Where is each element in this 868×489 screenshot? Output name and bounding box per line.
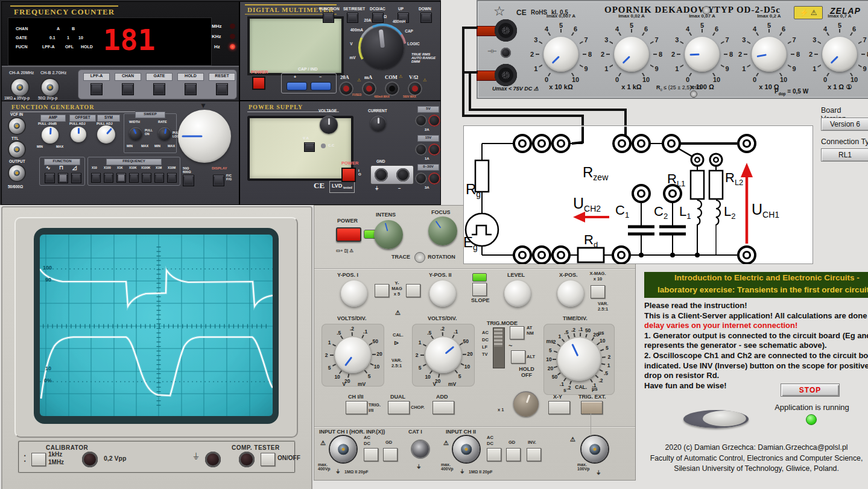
decade-knob-x10k[interactable] xyxy=(543,37,578,72)
level-knob[interactable] xyxy=(504,280,531,307)
trace-rotation-trimmer[interactable] xyxy=(414,252,425,263)
binding-post-top[interactable] xyxy=(495,19,517,42)
y-pos-1-knob[interactable] xyxy=(341,280,367,307)
trig-ext-bnc[interactable] xyxy=(581,436,608,462)
connection-type-dropdown[interactable]: RL1 xyxy=(821,148,868,162)
hold-off-knob[interactable] xyxy=(513,391,539,417)
binding-post-bottom[interactable] xyxy=(495,64,517,86)
x10k-button[interactable] xyxy=(129,173,139,183)
x-pos-knob[interactable] xyxy=(557,280,584,307)
cap-terminal-minus[interactable] xyxy=(311,82,331,90)
ch2-gd-button[interactable] xyxy=(506,448,521,461)
decade-knob-x10[interactable] xyxy=(752,37,787,72)
triangle-button[interactable] xyxy=(71,173,81,183)
ch-b-input-bnc[interactable] xyxy=(42,79,59,96)
decade-knob-x100[interactable] xyxy=(685,37,720,72)
time-div-knob[interactable] xyxy=(557,338,601,381)
hold-button[interactable] xyxy=(185,83,197,95)
board-version-dropdown[interactable]: Version 6 xyxy=(821,118,868,131)
dmm-range-knob[interactable] xyxy=(361,26,404,69)
calibrator-freq-button[interactable] xyxy=(31,453,46,466)
cat1-jack[interactable] xyxy=(412,441,429,458)
comp-tester-jack[interactable] xyxy=(239,452,255,467)
ch-a-input-bnc[interactable] xyxy=(11,79,28,96)
aux-jack[interactable] xyxy=(501,48,511,58)
va-button[interactable] xyxy=(304,142,315,152)
at-nm-button[interactable] xyxy=(510,326,524,339)
display-switch-button[interactable] xyxy=(213,175,224,186)
rail-5v-plus[interactable] xyxy=(428,115,440,127)
cap-terminal-plus[interactable] xyxy=(287,82,307,90)
jack-20a[interactable] xyxy=(339,81,353,96)
dual-button[interactable] xyxy=(388,401,410,414)
sweep-rate-knob[interactable] xyxy=(158,127,171,140)
trig-ext-button[interactable] xyxy=(581,401,603,414)
sym-knob[interactable] xyxy=(97,125,115,144)
rail-30v-plus[interactable] xyxy=(428,172,440,185)
square-button[interactable] xyxy=(58,173,68,183)
x10m-button[interactable] xyxy=(167,173,177,183)
imp-switch-button[interactable] xyxy=(183,175,194,186)
x100-button[interactable] xyxy=(104,173,113,183)
function-button[interactable] xyxy=(323,13,334,23)
minus-post[interactable] xyxy=(396,168,410,181)
vcf-in-bnc[interactable] xyxy=(9,118,25,134)
offset-knob[interactable] xyxy=(71,127,86,142)
x-mag-button[interactable] xyxy=(591,285,605,298)
ch1-gd-button[interactable] xyxy=(383,448,398,461)
lpf-a-button[interactable] xyxy=(90,83,103,95)
rail-30v-minus[interactable] xyxy=(415,172,427,185)
trig-mode-slider[interactable] xyxy=(493,327,505,368)
rail-15v-minus[interactable] xyxy=(415,144,427,156)
jack-com[interactable] xyxy=(385,81,399,96)
current-knob[interactable] xyxy=(370,116,386,131)
output-bnc[interactable] xyxy=(9,165,25,181)
slope-button[interactable] xyxy=(472,283,487,296)
ch2-ac-dc-button[interactable] xyxy=(487,448,501,461)
amp-knob[interactable] xyxy=(42,127,59,144)
y-mag-button-left[interactable] xyxy=(375,284,389,297)
stop-button[interactable]: STOP xyxy=(781,383,840,397)
x1m-button[interactable] xyxy=(154,173,164,183)
x1k-button[interactable] xyxy=(116,173,126,183)
intens-knob[interactable] xyxy=(374,220,403,249)
reset-button[interactable] xyxy=(216,83,228,95)
rail-15v-plus[interactable] xyxy=(428,144,440,156)
rail-5v-minus[interactable] xyxy=(415,115,427,127)
sine-button[interactable] xyxy=(45,173,55,183)
run-toggle[interactable] xyxy=(683,409,749,429)
input-ch2-bnc[interactable] xyxy=(453,436,480,462)
ch-1-2-button[interactable] xyxy=(346,401,367,414)
dmm-power-button[interactable] xyxy=(252,77,265,90)
focus-knob[interactable] xyxy=(428,216,457,245)
jack-vohm[interactable] xyxy=(408,81,422,96)
chan-button[interactable] xyxy=(122,83,134,95)
ground-jack[interactable] xyxy=(205,452,221,467)
gate-button[interactable] xyxy=(153,83,165,95)
ch1-ac-dc-button[interactable] xyxy=(364,448,378,461)
jack-ma[interactable] xyxy=(362,81,376,96)
ttl-bnc[interactable] xyxy=(9,142,25,157)
input-ch1-bnc[interactable] xyxy=(330,436,356,462)
volts-div-1-knob[interactable] xyxy=(335,337,371,373)
gnd-post[interactable] xyxy=(375,168,388,181)
voltage-knob[interactable] xyxy=(320,116,338,134)
psu-power-button[interactable] xyxy=(341,168,356,182)
fg-main-dial[interactable] xyxy=(178,110,231,163)
down-button[interactable] xyxy=(420,13,432,23)
ch2-inv-button[interactable] xyxy=(527,448,541,461)
add-button[interactable] xyxy=(432,401,454,414)
decade-knob-x1[interactable] xyxy=(822,37,857,72)
comp-tester-onoff-button[interactable] xyxy=(261,453,275,466)
x100k-button[interactable] xyxy=(142,173,151,183)
decade-knob-x1k[interactable] xyxy=(614,37,649,72)
alt-button[interactable] xyxy=(511,350,525,364)
y-pos-2-knob[interactable] xyxy=(429,280,456,307)
scope-power-button[interactable] xyxy=(336,227,361,242)
x10-button[interactable] xyxy=(91,173,101,183)
calibrator-output-jack[interactable] xyxy=(82,452,98,467)
volts-div-2-knob[interactable] xyxy=(425,337,461,373)
x-y-button[interactable] xyxy=(548,401,570,414)
sweep-width-knob[interactable] xyxy=(129,127,142,140)
y-mag-button-right[interactable] xyxy=(406,284,420,297)
